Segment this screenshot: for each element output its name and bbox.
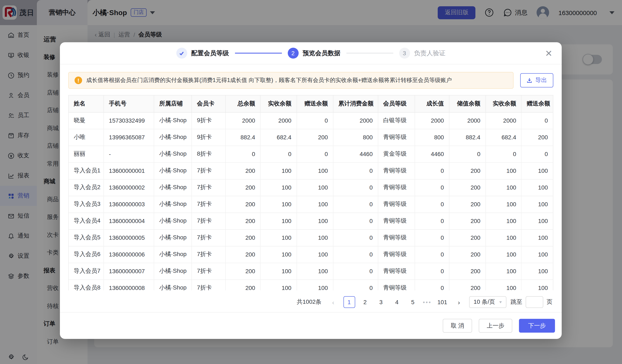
jump-page-input[interactable]: [526, 296, 543, 308]
prev-page-icon[interactable]: ‹: [327, 296, 339, 308]
cell: 100: [486, 162, 522, 179]
cell: 0: [296, 146, 333, 162]
cell: 200: [225, 179, 260, 196]
cell: 0: [522, 146, 553, 162]
page-size-select[interactable]: 10 条/页▾: [469, 296, 506, 308]
cell: 0: [333, 213, 378, 229]
cell: 100: [260, 246, 296, 263]
cell: 小橘·Shop: [154, 179, 192, 196]
cell: 13600000001: [104, 162, 154, 179]
close-icon[interactable]: ✕: [543, 48, 554, 59]
next-step-button[interactable]: 下一步: [519, 319, 555, 333]
warning-exclamation-icon: !: [75, 76, 82, 84]
page-button-5[interactable]: 5: [407, 296, 419, 308]
cell: 15730332499: [104, 112, 154, 129]
column-header: 姓名: [69, 95, 104, 112]
member-data-table: 姓名手机号所属店铺会员卡总余额实收余额赠送余额累计消费金额会员等级成长值储值余额…: [68, 95, 553, 290]
cell: 0: [486, 146, 522, 162]
step-connector-pending: [346, 53, 393, 54]
cell: 13600000008: [104, 279, 154, 290]
cell: 2000: [260, 112, 296, 129]
page-button-2[interactable]: 2: [359, 296, 371, 308]
cell: 7折卡: [192, 279, 225, 290]
export-label: 导出: [535, 76, 547, 84]
download-icon: [526, 77, 532, 83]
column-header: 实收余额: [486, 95, 522, 112]
cell: 丽丽: [69, 146, 104, 162]
cell: 200: [225, 263, 260, 279]
column-header: 会员卡: [192, 95, 225, 112]
step1-done-check-icon: [176, 48, 187, 59]
cell: 800: [333, 129, 378, 146]
cell: 100: [486, 246, 522, 263]
cell: 0: [449, 146, 486, 162]
cell: 7折卡: [192, 162, 225, 179]
cell: 200: [225, 229, 260, 246]
cell: 200: [225, 279, 260, 290]
table-row: 晓曼15730332499小橘·Shop9折卡2000200002000白银等级…: [69, 112, 553, 129]
cell: 882.4: [225, 129, 260, 146]
table-header-row: 姓名手机号所属店铺会员卡总余额实收余额赠送余额累计消费金额会员等级成长值储值余额…: [69, 95, 553, 112]
page-button-4[interactable]: 4: [391, 296, 403, 308]
cell: 导入会员2: [69, 179, 104, 196]
cell: 小橘·Shop: [154, 162, 192, 179]
step2-number-badge: 2: [288, 48, 298, 59]
cell: 小橘·Shop: [154, 263, 192, 279]
cell: 导入会员3: [69, 196, 104, 213]
cell: 小橘·Shop: [154, 246, 192, 263]
page-button-101[interactable]: 101: [436, 296, 449, 308]
cancel-button[interactable]: 取 消: [443, 319, 472, 333]
cell: 青铜等级: [378, 263, 415, 279]
cell: 100: [260, 179, 296, 196]
cell: 200: [449, 263, 486, 279]
cell: 白银等级: [378, 112, 415, 129]
page-button-3[interactable]: 3: [375, 296, 387, 308]
cell: 100: [486, 279, 522, 290]
table-row: 丽丽-小橘·Shop8折卡0004460黄金等级4460000: [69, 146, 553, 162]
cell: 100: [522, 229, 553, 246]
cell: 导入会员1: [69, 162, 104, 179]
table-row: 小唯13996365087小橘·Shop9折卡882.4682.4200800青…: [69, 129, 553, 146]
table-row: 导入会员713600000007小橘·Shop7折卡2001001000青铜等级…: [69, 263, 553, 279]
prev-step-button[interactable]: 上一步: [479, 319, 512, 333]
column-header: 总余额: [225, 95, 260, 112]
cell: 0: [415, 213, 449, 229]
cell: 200: [296, 129, 333, 146]
cell: 0: [415, 179, 449, 196]
cell: 0: [333, 196, 378, 213]
jump-suffix: 页: [547, 298, 552, 306]
cell: 0: [333, 179, 378, 196]
step3-number-badge: 3: [399, 48, 410, 59]
cell: 100: [522, 246, 553, 263]
cell: 7折卡: [192, 179, 225, 196]
cell: 200: [449, 229, 486, 246]
cell: 200: [522, 129, 553, 146]
cell: 800: [415, 129, 449, 146]
cell: 100: [486, 179, 522, 196]
table-row: 导入会员113600000001小橘·Shop7折卡2001001000青铜等级…: [69, 162, 553, 179]
page-button-1[interactable]: 1: [343, 296, 355, 308]
next-page-icon[interactable]: ›: [453, 296, 465, 308]
cell: 青铜等级: [378, 129, 415, 146]
table-row: 导入会员813600000008小橘·Shop7折卡2001001000青铜等级…: [69, 279, 553, 290]
cell: 200: [225, 196, 260, 213]
cell: 小橘·Shop: [154, 196, 192, 213]
jump-prefix: 跳至: [511, 298, 522, 306]
page-ellipsis[interactable]: •••: [423, 299, 431, 305]
cell: 682.4: [486, 129, 522, 146]
step2-label: 预览会员数据: [303, 49, 340, 57]
notice-text: 成长值将根据会员在门店消费的实付金额换算(消费1元得1成长值 向下取整)，顾客名…: [86, 76, 452, 84]
cell: 100: [522, 213, 553, 229]
cell: 2000: [486, 112, 522, 129]
cell: 13600000004: [104, 213, 154, 229]
cell: 100: [296, 179, 333, 196]
column-header: 赠送余额: [522, 95, 553, 112]
modal-stepper-header: 配置会员等级 2 预览会员数据 3 负责人验证 ✕: [60, 42, 562, 64]
cell: 青铜等级: [378, 229, 415, 246]
step1-label: 配置会员等级: [191, 49, 229, 57]
cell: 4460: [333, 146, 378, 162]
export-button[interactable]: 导出: [520, 73, 553, 88]
cell: 2000: [333, 112, 378, 129]
cell: 导入会员4: [69, 213, 104, 229]
cell: 2000: [449, 112, 486, 129]
